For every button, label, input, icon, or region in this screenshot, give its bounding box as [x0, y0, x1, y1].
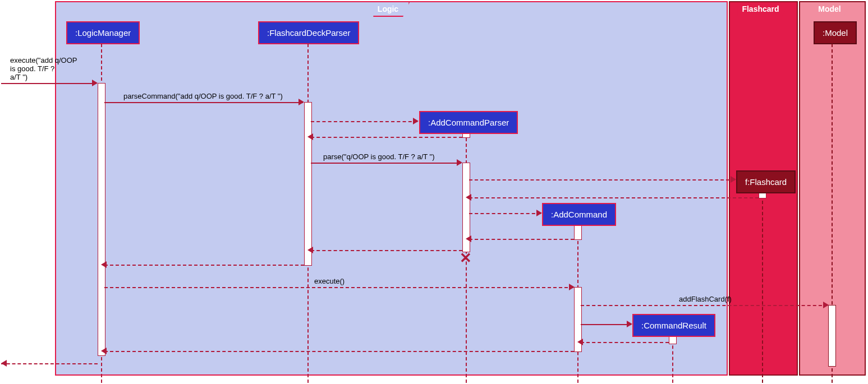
destroy-addcommandparser: ✕: [460, 249, 472, 267]
arrowhead-create-flashcard: [731, 176, 736, 183]
participant-model: :Model: [814, 21, 857, 44]
arrowhead-return-out: [1, 360, 7, 367]
arrow-return-execute: [104, 351, 574, 352]
participant-addcommand: :AddCommand: [542, 203, 616, 226]
frame-logic-label: Logic: [373, 2, 410, 17]
msg-addflashcard: addFlashCard(f): [679, 295, 732, 303]
participant-addcommandparser: :AddCommandParser: [419, 111, 518, 134]
arrowhead-return-addcommandparser: [307, 133, 313, 140]
msg-execute-in: execute("add q/OOP is good. T/F ? a/T "): [10, 56, 77, 81]
arrowhead-addflashcard: [823, 302, 829, 308]
lifeline-flashcard: [762, 189, 763, 383]
msg-execute: execute(): [314, 277, 345, 285]
arrowhead-return-parsecommand: [101, 261, 107, 268]
participant-flashcard: f:Flashcard: [736, 170, 796, 193]
arrowhead-parse: [457, 159, 462, 166]
arrowhead-return-execute: [101, 348, 107, 354]
arrow-return-parse: [311, 250, 462, 251]
arrowhead-create-addcommand: [536, 210, 542, 216]
arrow-create-commandresult: [581, 324, 631, 325]
participant-logicmanager: :LogicManager: [66, 21, 140, 44]
arrow-create-addcommandparser: [311, 121, 417, 122]
arrow-return-flashcard: [469, 197, 759, 198]
activation-flashcarddeckparser: [304, 102, 312, 266]
arrowhead-create-commandresult: [627, 321, 632, 327]
activation-model: [828, 305, 836, 367]
arrow-parsecommand: [104, 102, 303, 103]
arrowhead-return-parse: [307, 247, 313, 253]
msg-parse: parse("q/OOP is good. T/F ? a/T "): [323, 152, 435, 161]
frame-model-label: Model: [814, 2, 851, 16]
arrow-execute: [104, 287, 573, 288]
arrow-addflashcard: [581, 305, 828, 306]
arrowhead-create-addcommandparser: [413, 118, 419, 124]
participant-commandresult: :CommandResult: [632, 314, 715, 337]
arrow-parse: [311, 163, 461, 164]
arrowhead-return-flashcard: [466, 194, 471, 201]
arrow-return-commandresult: [581, 342, 669, 343]
arrowhead-return-commandresult: [577, 339, 583, 345]
participant-flashcarddeckparser: :FlashcardDeckParser: [258, 21, 359, 44]
arrowhead-execute: [569, 284, 575, 290]
arrowhead-parsecommand: [298, 99, 304, 105]
arrow-execute-in: [1, 83, 97, 84]
arrow-return-out: [1, 363, 98, 364]
arrow-create-addcommand: [469, 213, 541, 214]
activation-logicmanager: [98, 83, 105, 356]
msg-parsecommand: parseCommand("add q/OOP is good. T/F ? a…: [123, 92, 283, 100]
arrow-return-addcommandparser: [311, 137, 462, 138]
arrowhead-execute-in: [92, 80, 98, 86]
frame-logic: Logic: [55, 1, 728, 376]
arrow-create-flashcard: [469, 179, 735, 181]
arrowhead-return-addcommand-create: [466, 235, 471, 242]
arrow-return-parsecommand: [104, 265, 304, 266]
frame-flashcard-label: Flashcard: [737, 2, 789, 16]
arrow-return-addcommand-create: [469, 239, 574, 240]
